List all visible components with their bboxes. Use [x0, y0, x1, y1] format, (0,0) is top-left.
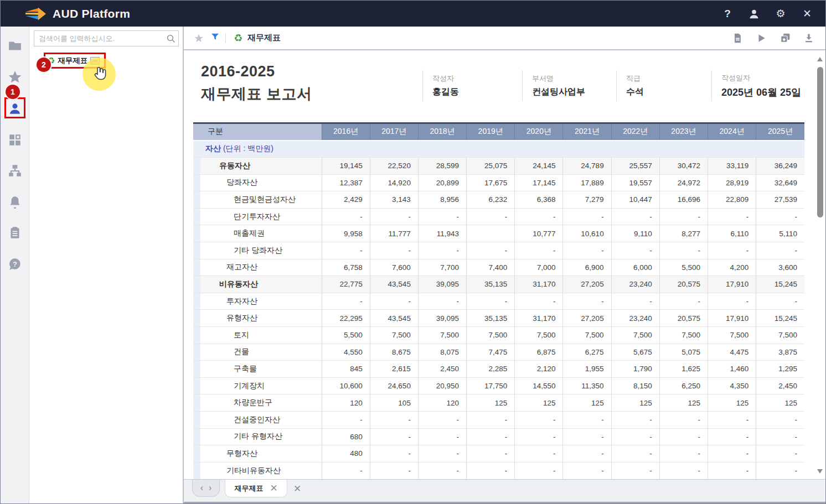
- table-row: 기타비유동자산----------: [193, 462, 804, 479]
- cell-value: -: [756, 242, 804, 259]
- cell-value: 7,500: [418, 326, 466, 344]
- cell-value: 10,610: [563, 225, 611, 242]
- filter-icon[interactable]: [210, 32, 220, 44]
- settings-gear-icon[interactable]: ⚙: [773, 7, 788, 21]
- table-row: 기타 당좌자산----------: [193, 242, 804, 259]
- cell-value: -: [563, 293, 611, 310]
- cell-value: 125: [756, 394, 804, 412]
- cell-value: -: [370, 462, 418, 479]
- row-label: 기타 당좌자산: [193, 242, 322, 259]
- vertical-scrollbar[interactable]: [817, 56, 824, 475]
- cell-value: 35,135: [467, 310, 515, 327]
- cell-value: 2,450: [418, 361, 466, 378]
- cell-value: 22,809: [708, 191, 756, 209]
- header-category: 구분: [193, 123, 322, 141]
- cell-value: 1,790: [611, 361, 659, 378]
- cell-value: -: [515, 428, 563, 445]
- step-badge-1: 1: [6, 85, 20, 99]
- close-all-tabs-icon[interactable]: ✕: [293, 484, 301, 493]
- cell-value: 9,110: [611, 225, 659, 242]
- cell-value: -: [515, 208, 563, 225]
- table-row: 투자자산----------: [193, 293, 804, 310]
- rail-modules-icon[interactable]: [5, 130, 25, 150]
- header-year: 2025년: [756, 123, 804, 141]
- cell-value: -: [370, 208, 418, 225]
- cell-value: 8,956: [418, 191, 466, 209]
- cell-value: 25,557: [611, 158, 659, 175]
- cell-value: 7,500: [756, 326, 804, 344]
- cell-value: -: [418, 293, 466, 310]
- cell-value: 2,285: [467, 361, 515, 378]
- cell-value: -: [563, 242, 611, 259]
- document-icon[interactable]: [731, 32, 744, 45]
- header-year: 2024년: [708, 123, 756, 141]
- rail-favorites-icon[interactable]: [5, 67, 25, 87]
- tab-close-icon[interactable]: ✕: [270, 484, 277, 493]
- cell-value: -: [708, 428, 756, 445]
- report-main-title: 2016-2025 재무제표 보고서: [201, 60, 312, 106]
- favorite-star-icon[interactable]: ★: [194, 32, 204, 45]
- download-icon[interactable]: [802, 32, 815, 45]
- cell-value: 24,789: [563, 158, 611, 175]
- run-play-icon[interactable]: [755, 32, 768, 45]
- row-label: 기계장치: [193, 377, 322, 394]
- cell-value: 5,500: [322, 326, 370, 344]
- table-row: 차량운반구120105120125125125125125125125: [193, 394, 804, 412]
- cell-value: 17,889: [563, 174, 611, 191]
- search-input[interactable]: [34, 34, 164, 43]
- svg-text:?: ?: [13, 260, 17, 268]
- rail-organization-icon[interactable]: [5, 161, 25, 181]
- tab-financial-statements[interactable]: 재무제표 ✕: [225, 480, 287, 497]
- cell-value: -: [611, 242, 659, 259]
- cell-value: -: [611, 411, 659, 428]
- rail-tasks-icon[interactable]: [5, 223, 25, 243]
- cell-value: -: [563, 208, 611, 225]
- user-icon[interactable]: [747, 7, 761, 21]
- cell-value: 39,095: [418, 310, 466, 327]
- row-label: 건설중인자산: [193, 411, 322, 428]
- tab-next-icon[interactable]: ›: [209, 484, 211, 492]
- cell-value: -: [322, 242, 370, 259]
- cell-value: -: [708, 242, 756, 259]
- cell-value: 39,095: [418, 276, 466, 293]
- table-row: 기계장치10,60024,65020,95017,75014,55011,350…: [193, 377, 804, 394]
- cell-value: 3,143: [370, 191, 418, 209]
- cell-value: 6,275: [563, 344, 611, 361]
- cell-value: 120: [418, 394, 466, 412]
- table-row: 무형자산480---------: [193, 445, 804, 463]
- rail-folder-icon[interactable]: [5, 36, 25, 56]
- cell-value: -: [611, 293, 659, 310]
- cell-value: 23,240: [611, 276, 659, 293]
- cell-value: -: [418, 242, 466, 259]
- cell-value: 2,450: [756, 377, 804, 394]
- header-year: 2020년: [515, 123, 563, 141]
- rail-notifications-icon[interactable]: [5, 192, 25, 212]
- cell-value: 10,600: [322, 377, 370, 394]
- cell-value: 9,958: [322, 225, 370, 242]
- search-icon[interactable]: [164, 34, 178, 44]
- cell-value: 125: [515, 394, 563, 412]
- cell-value: -: [467, 208, 515, 225]
- cell-value: -: [370, 242, 418, 259]
- header-year: 2018년: [418, 123, 466, 141]
- table-row: 당좌자산12,38714,92020,89917,67517,14517,889…: [193, 174, 804, 191]
- cell-value: -: [322, 411, 370, 428]
- row-label: 무형자산: [193, 445, 322, 463]
- cell-value: 2,429: [322, 191, 370, 209]
- cell-value: 125: [563, 394, 611, 412]
- scrollbar-thumb[interactable]: [817, 67, 823, 217]
- cell-value: 2,615: [370, 361, 418, 378]
- save-copy-icon[interactable]: [778, 32, 792, 45]
- help-icon[interactable]: ?: [720, 7, 735, 21]
- table-row: 현금및현금성자산2,4293,1438,9566,2326,3687,27910…: [193, 191, 804, 209]
- table-row: 토지5,5007,5007,5007,5007,5007,5007,5007,5…: [193, 326, 804, 344]
- close-window-icon[interactable]: ✕: [800, 7, 814, 21]
- scroll-up-icon[interactable]: [817, 57, 823, 61]
- rail-help-icon[interactable]: ?: [5, 254, 25, 274]
- row-label: 단기투자자산: [193, 208, 322, 225]
- scroll-down-icon[interactable]: [817, 469, 823, 474]
- cell-value: 17,910: [708, 310, 756, 327]
- tab-prev-icon[interactable]: ‹: [200, 484, 203, 492]
- cell-value: -: [322, 293, 370, 310]
- cell-value: 25,075: [467, 158, 515, 175]
